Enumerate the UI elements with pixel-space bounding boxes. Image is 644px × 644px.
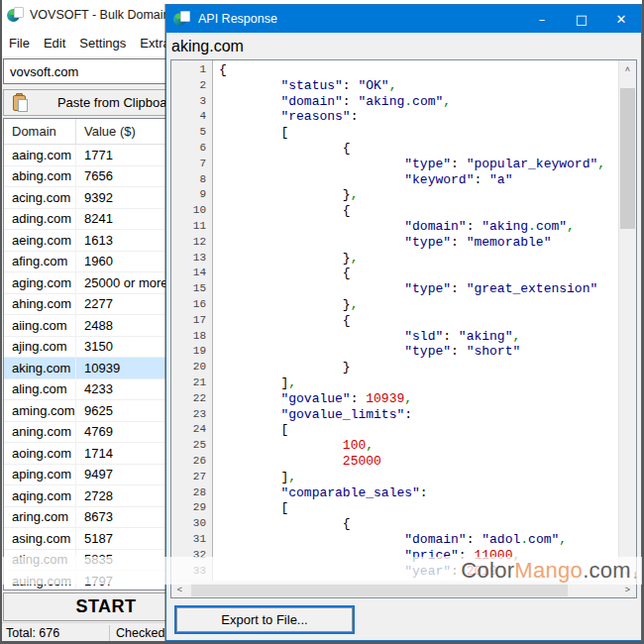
code-text: "sld": "aking",	[213, 329, 520, 345]
status-checked: Checked:	[116, 626, 168, 640]
code-line: 5 [	[171, 125, 619, 141]
code-text: {	[213, 516, 351, 532]
window-controls: –□✕	[522, 5, 641, 33]
line-number: 19	[171, 344, 213, 360]
code-line: 15 "type": "great_extension"	[171, 281, 619, 297]
code-line: 24 [	[171, 422, 619, 438]
code-line: 12 "type": "memorable"	[171, 235, 619, 251]
code-line: 17 {	[171, 313, 619, 329]
code-text: "type": "memorable"	[213, 235, 551, 251]
api-domain-label: aking.com	[171, 38, 244, 55]
line-number: 14	[171, 266, 213, 281]
code-text: "comparable_sales":	[213, 485, 428, 501]
scroll-up-icon[interactable]: ˄	[619, 60, 636, 77]
line-number: 30	[171, 516, 213, 532]
code-text: {	[213, 62, 227, 78]
line-number: 7	[171, 157, 213, 172]
code-line: 30 {	[171, 516, 619, 532]
line-number: 10	[171, 203, 213, 219]
code-text: [	[213, 422, 288, 438]
api-titlebar[interactable]: API Response –□✕	[166, 5, 641, 33]
line-number: 2	[171, 78, 213, 94]
code-line: 14 {	[171, 266, 619, 281]
cell-domain: abing.com	[4, 166, 76, 187]
code-line: 18 "sld": "aking",	[171, 329, 619, 345]
close-button[interactable]: ✕	[601, 5, 641, 33]
code-text: [	[213, 500, 288, 516]
code-text: 25000	[213, 454, 381, 470]
code-text: "domain": "aking.com",	[213, 94, 451, 110]
line-number: 11	[171, 219, 213, 235]
code-text: {	[213, 266, 351, 281]
cell-domain: ahing.com	[4, 294, 76, 315]
cell-domain: aring.com	[4, 507, 76, 528]
json-response-viewer[interactable]: 1{2 "status": "OK",3 "domain": "aking.co…	[170, 59, 637, 598]
code-text: "type": "great_extension"	[213, 281, 597, 297]
code-line: 3 "domain": "aking.com",	[171, 94, 619, 110]
code-text: 100,	[213, 438, 374, 454]
code-line: 20 }	[171, 360, 619, 376]
cell-domain: asing.com	[4, 528, 76, 549]
line-number: 27	[171, 470, 213, 485]
code-text: "govalue_limits":	[213, 407, 412, 423]
code-line: 21 ],	[171, 376, 619, 391]
line-number: 31	[171, 532, 213, 548]
code-line: 29 [	[171, 500, 619, 516]
code-text: [	[213, 125, 288, 141]
code-text: },	[213, 251, 358, 267]
line-number: 26	[171, 454, 213, 470]
menu-item-file[interactable]: File	[2, 32, 37, 54]
code-text: },	[213, 297, 358, 313]
cell-domain: acing.com	[4, 187, 76, 208]
code-text: "domain": "adol.com",	[213, 532, 567, 548]
code-text: "keyword": "a"	[213, 172, 512, 188]
code-line: 4 "reasons":	[171, 109, 619, 125]
code-text: "status": "OK",	[213, 78, 396, 94]
line-number: 25	[171, 438, 213, 454]
column-header-domain[interactable]: Domain	[4, 119, 76, 144]
line-number: 28	[171, 485, 213, 501]
line-number: 8	[171, 172, 213, 188]
line-number: 24	[171, 422, 213, 438]
code-line: 16 },	[171, 297, 619, 313]
line-number: 6	[171, 141, 213, 157]
api-window-title: API Response	[198, 12, 277, 26]
export-to-file-button[interactable]: Export to File...	[174, 605, 355, 634]
line-number: 17	[171, 313, 213, 329]
line-number: 5	[171, 125, 213, 141]
code-text: "govalue": 10939,	[213, 391, 412, 407]
code-text: "domain": "aking.com",	[213, 219, 575, 235]
code-text: "type": "short"	[213, 344, 520, 360]
api-domain-header: aking.com	[166, 33, 641, 59]
cell-domain: aging.com	[4, 272, 76, 293]
vertical-scrollbar[interactable]: ˄ ˅	[618, 60, 636, 582]
cell-domain: aking.com	[4, 358, 76, 378]
code-text: ],	[213, 376, 296, 391]
line-number: 13	[171, 251, 213, 267]
line-number: 3	[171, 94, 213, 110]
api-response-window: API Response –□✕ aking.com 1{2 "status":…	[165, 4, 642, 641]
menu-item-settings[interactable]: Settings	[72, 32, 133, 54]
code-line: 27 ],	[171, 470, 619, 485]
vertical-scrollbar-thumb[interactable]	[620, 88, 635, 229]
line-number: 22	[171, 391, 213, 407]
code-line: 25 100,	[171, 438, 619, 454]
cell-domain: aling.com	[4, 379, 76, 400]
json-code: 1{2 "status": "OK",3 "domain": "aking.co…	[171, 62, 619, 579]
cell-domain: ajing.com	[4, 337, 76, 358]
line-number: 15	[171, 281, 213, 297]
code-text: },	[213, 187, 358, 203]
menu-item-edit[interactable]: Edit	[37, 32, 72, 54]
code-line: 10 {	[171, 203, 619, 219]
code-line: 26 25000	[171, 454, 619, 470]
code-text: {	[213, 203, 351, 219]
cell-domain: aqing.com	[4, 485, 76, 506]
horizontal-scrollbar-thumb[interactable]	[191, 583, 568, 596]
cell-domain: aeing.com	[4, 230, 76, 251]
watermark-text: ColorMango.com	[461, 558, 631, 584]
minimize-button[interactable]: –	[522, 5, 562, 33]
code-line: 28 "comparable_sales":	[171, 485, 619, 501]
vovsoft-logo-icon	[7, 7, 24, 23]
maximize-button[interactable]: □	[562, 5, 601, 33]
code-text: }	[213, 360, 351, 376]
